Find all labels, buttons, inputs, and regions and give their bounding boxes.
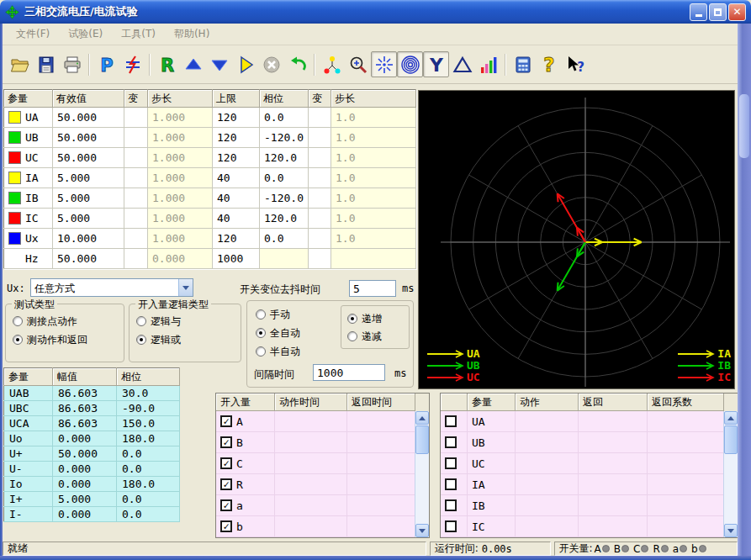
monitored-param-scrollbar[interactable] — [723, 411, 738, 537]
lower-button[interactable] — [206, 51, 232, 77]
scrollbar-thumb[interactable] — [724, 425, 738, 454]
limit-cell[interactable]: 120 — [213, 128, 260, 148]
phase-cell[interactable]: 0.0 — [260, 229, 309, 249]
radio-unselected[interactable] — [136, 316, 146, 326]
scroll-up-button[interactable] — [415, 411, 429, 425]
open-button[interactable] — [7, 51, 33, 77]
limit-cell[interactable]: 40 — [213, 188, 260, 209]
vary1-cell[interactable] — [124, 209, 148, 229]
vary1-cell[interactable] — [124, 249, 148, 269]
value-cell[interactable]: 5.000 — [53, 188, 124, 209]
scroll-down-button[interactable] — [415, 524, 429, 537]
column-header-4[interactable]: 上限 — [213, 90, 260, 108]
phase-cell[interactable]: 0.0 — [260, 108, 309, 128]
concentric-circles-button[interactable] — [397, 51, 423, 77]
phase-cell[interactable]: 0.0 — [260, 168, 309, 188]
print-button[interactable] — [59, 51, 85, 77]
phase-cell[interactable]: -120.0 — [260, 188, 309, 209]
vary1-cell[interactable] — [124, 168, 148, 188]
start-button[interactable] — [232, 51, 258, 77]
phase-cell[interactable]: -120.0 — [260, 128, 309, 148]
scroll-down-button[interactable] — [724, 524, 738, 537]
radio-selected[interactable] — [256, 328, 266, 338]
mode-option[interactable]: 半自动 — [256, 345, 300, 358]
return-button[interactable] — [284, 51, 310, 77]
checkbox[interactable] — [445, 499, 457, 511]
vary2-cell[interactable] — [309, 249, 331, 269]
direction-option[interactable]: 递增 — [347, 312, 382, 325]
limit-cell[interactable]: 120 — [213, 148, 260, 168]
p-parameter-button[interactable]: P — [93, 51, 119, 77]
limit-cell[interactable]: 120 — [213, 229, 260, 249]
mode-option[interactable]: 全自动 — [256, 326, 300, 340]
column-header-3[interactable]: 步长 — [148, 90, 213, 108]
limit-cell[interactable]: 1000 — [213, 249, 260, 269]
radio-unselected[interactable] — [256, 346, 266, 357]
delta-connection-button[interactable] — [449, 51, 475, 77]
raise-button[interactable] — [180, 51, 206, 77]
rays-button[interactable] — [371, 51, 397, 77]
checkbox-checked[interactable]: ✓ — [220, 415, 232, 427]
vary2-cell[interactable] — [309, 209, 331, 229]
column-header-7[interactable]: 步长 — [331, 90, 416, 108]
vary1-cell[interactable] — [124, 229, 148, 249]
r-reset-button[interactable]: R — [154, 51, 180, 77]
checkbox[interactable] — [445, 520, 457, 532]
column-header-2[interactable]: 变 — [124, 90, 148, 108]
column-header-0[interactable]: 参量 — [4, 90, 53, 108]
value-cell[interactable]: 50.000 — [53, 108, 124, 128]
test-type-option[interactable]: 测动作和返回 — [13, 333, 87, 346]
close-button[interactable]: ✕ — [728, 3, 746, 21]
value-cell[interactable]: 50.000 — [53, 148, 124, 168]
radio-selected[interactable] — [13, 335, 23, 345]
test-type-option[interactable]: 测接点动作 — [13, 314, 87, 328]
vary1-cell[interactable] — [124, 188, 148, 209]
menu-item-文件(F)[interactable]: 文件(F) — [8, 24, 58, 44]
radio-unselected[interactable] — [256, 309, 266, 320]
calculator-button[interactable] — [510, 51, 536, 77]
fault-lightning-button[interactable] — [119, 51, 145, 77]
value-cell[interactable]: 50.000 — [53, 249, 124, 269]
vector-nodes-button[interactable] — [319, 51, 345, 77]
checkbox[interactable] — [445, 415, 457, 427]
menu-item-工具(T)[interactable]: 工具(T) — [113, 24, 164, 44]
ux-mode-select[interactable]: 任意方式 — [30, 278, 193, 297]
vary2-cell[interactable] — [309, 168, 331, 188]
vary2-cell[interactable] — [309, 148, 331, 168]
direction-option[interactable]: 递减 — [347, 330, 382, 343]
value-cell[interactable]: 10.000 — [53, 229, 124, 249]
phase-cell[interactable]: 120.0 — [260, 148, 309, 168]
column-header-5[interactable]: 相位 — [260, 90, 309, 108]
mode-option[interactable]: 手动 — [256, 308, 300, 321]
checkbox[interactable] — [445, 478, 457, 490]
vary1-cell[interactable] — [124, 108, 148, 128]
column-header-1[interactable]: 有效值 — [53, 90, 124, 108]
maximize-button[interactable] — [709, 3, 727, 21]
checkbox-checked[interactable]: ✓ — [220, 478, 232, 490]
scroll-up-button[interactable] — [724, 411, 738, 425]
checkbox-checked[interactable]: ✓ — [220, 499, 232, 511]
vary2-cell[interactable] — [309, 108, 331, 128]
y-connection-button[interactable]: Y — [423, 51, 449, 77]
digital-input-scrollbar[interactable] — [415, 411, 429, 537]
zoom-button[interactable] — [345, 51, 371, 77]
checkbox[interactable] — [445, 436, 457, 448]
value-cell[interactable]: 5.000 — [53, 168, 124, 188]
logic-type-option[interactable]: 逻辑或 — [136, 333, 181, 346]
minimize-button[interactable] — [690, 3, 707, 21]
limit-cell[interactable]: 40 — [213, 168, 260, 188]
debounce-input[interactable] — [349, 280, 396, 297]
scrollbar-thumb[interactable] — [415, 425, 429, 454]
vary1-cell[interactable] — [124, 148, 148, 168]
menu-item-帮助(H)[interactable]: 帮助(H) — [166, 24, 218, 44]
value-cell[interactable]: 5.000 — [53, 209, 124, 229]
checkbox-checked[interactable]: ✓ — [220, 436, 232, 448]
vary2-cell[interactable] — [309, 128, 331, 148]
logic-type-option[interactable]: 逻辑与 — [136, 314, 181, 328]
limit-cell[interactable]: 40 — [213, 209, 260, 229]
vary1-cell[interactable] — [124, 128, 148, 148]
radio-unselected[interactable] — [347, 331, 357, 341]
checkbox-checked[interactable]: ✓ — [220, 520, 232, 532]
radio-selected[interactable] — [136, 335, 146, 345]
vary2-cell[interactable] — [309, 229, 331, 249]
